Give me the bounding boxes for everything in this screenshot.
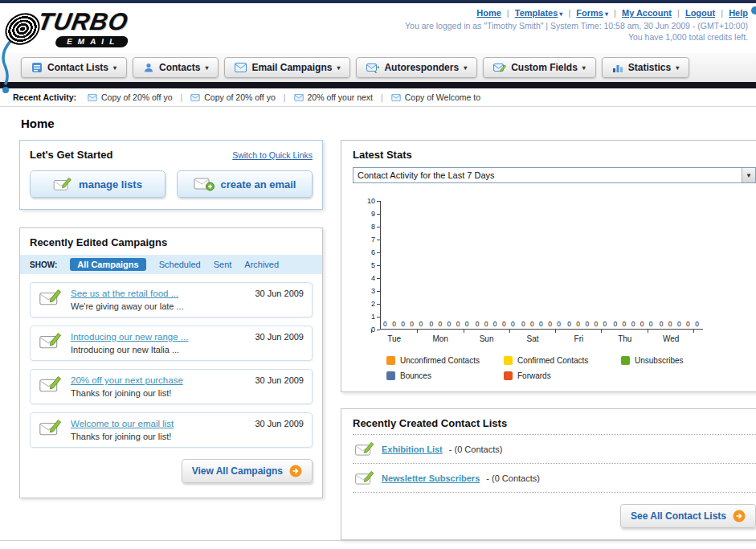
contact-list-item[interactable]: Newsletter Subscribers - (0 Contacts) (353, 464, 756, 492)
contact-list-count: - (0 Contacts) (486, 473, 540, 483)
main-nav: Contact Lists ▾ Contacts ▾ Email Campaig… (0, 53, 756, 82)
chart-x-tick (693, 330, 694, 333)
header: TURBO EMAIL Home | Templates▾ | Forms▾ |… (0, 3, 756, 53)
top-link-help[interactable]: Help (729, 8, 748, 18)
separator: | (677, 8, 680, 18)
envelope-icon (294, 94, 304, 101)
top-nav: Home | Templates▾ | Forms▾ | My Account … (405, 8, 748, 18)
campaign-row[interactable]: Welcome to our email list Thanks for joi… (30, 412, 313, 448)
recent-activity-item[interactable]: 20% off your next (294, 92, 374, 102)
app-logo[interactable]: TURBO EMAIL (5, 5, 130, 53)
recent-activity-item-label: Copy of 20% off yo (101, 92, 173, 102)
recent-activity-item[interactable]: Copy of 20% off yo (88, 92, 173, 102)
legend-label: Unsubscribes (635, 356, 684, 365)
arrow-circle-icon (289, 465, 302, 477)
recent-activity-item[interactable]: Copy of Welcome to (391, 92, 480, 102)
nav-tab-contact-lists[interactable]: Contact Lists ▾ (21, 57, 127, 78)
chart-value-group: 0 0 0 0 0 (611, 320, 656, 328)
see-all-contact-lists-label: See All Contact Lists (631, 510, 726, 522)
recent-activity-bar: Recent Activity: Copy of 20% off yo | Co… (0, 88, 756, 107)
legend-swatch (386, 371, 395, 380)
contact-list-item[interactable]: Exhibition List - (0 Contacts) (353, 435, 756, 463)
contact-list-link[interactable]: Newsletter Subscribers (382, 473, 480, 483)
campaign-subtitle: Introducing our new Italia ... (71, 345, 247, 354)
campaign-row[interactable]: See us at the retail food ... We're givi… (30, 282, 313, 318)
filter-archived[interactable]: Archived (244, 260, 279, 269)
campaign-title-link[interactable]: See us at the retail food ... (71, 289, 247, 298)
chart-value-group: 0 0 0 0 0 (657, 320, 703, 328)
envelope-icon (88, 94, 97, 101)
top-link-logout[interactable]: Logout (685, 8, 715, 18)
pencil-envelope-icon (354, 470, 375, 485)
legend-item: Confirmed Contacts (504, 356, 621, 365)
nav-tab-label: Statistics (628, 62, 671, 73)
separator: | (568, 8, 570, 18)
recent-activity-item[interactable]: Copy of 20% off yo (190, 92, 276, 102)
top-link-home[interactable]: Home (476, 8, 501, 18)
decorative-dot (751, 6, 756, 14)
stats-period-select[interactable]: Contact Activity for the Last 7 Days ▼ (353, 167, 756, 183)
top-link-my-account[interactable]: My Account (622, 8, 672, 18)
chart-x-tick (417, 330, 418, 333)
stats-period-value: Contact Activity for the Last 7 Days (353, 170, 742, 180)
left-column: Let's Get Started Switch to Quick Links … (19, 140, 323, 498)
recent-activity-item-label: Copy of Welcome to (405, 92, 480, 102)
view-all-campaigns-label: View All Campaigns (192, 465, 283, 477)
see-all-contact-lists-button[interactable]: See All Contact Lists (620, 504, 756, 528)
create-email-button[interactable]: create an email (177, 170, 313, 198)
chevron-down-icon: ▾ (337, 64, 340, 72)
chart-value-group: 0 0 0 0 0 (473, 320, 519, 328)
logo-title: TURBO (36, 10, 133, 33)
campaign-title-link[interactable]: Introducing our new range ... (71, 332, 247, 342)
filter-sent[interactable]: Sent (214, 260, 232, 269)
top-link-templates-label: Templates (515, 8, 558, 18)
separator: | (614, 8, 616, 18)
logo-subtitle: EMAIL (55, 36, 129, 47)
nav-tab-label: Autoresponders (384, 62, 459, 73)
campaign-subtitle: We're giving away our late ... (71, 301, 247, 311)
create-email-label: create an email (221, 178, 296, 191)
chart-x-label: Thu (602, 334, 648, 343)
campaign-subtitle: Thanks for joining our list! (71, 388, 247, 398)
nav-tab-autoresponders[interactable]: Autoresponders ▾ (356, 57, 477, 78)
campaign-title-link[interactable]: 20% off your next purchase (71, 375, 247, 385)
main-content: Home Let's Get Started Switch to Quick L… (0, 107, 756, 540)
nav-tab-label: Contacts (159, 62, 200, 73)
nav-tab-custom-fields[interactable]: Custom Fields ▾ (483, 57, 596, 78)
chart-x-tick (555, 330, 556, 333)
campaign-row[interactable]: 20% off your next purchase Thanks for jo… (30, 369, 313, 404)
top-link-templates[interactable]: Templates▾ (515, 8, 563, 18)
legend-item: Unconfirmed Contacts (386, 356, 504, 365)
custom-fields-icon (493, 63, 506, 73)
campaign-title-link[interactable]: Welcome to our email list (71, 419, 247, 428)
contact-list-link[interactable]: Exhibition List (382, 445, 443, 454)
chart-x-label: Fri (556, 334, 602, 343)
divider (353, 492, 756, 493)
recent-activity-item-label: 20% off your next (308, 92, 374, 102)
legend-item: Bounces (386, 371, 504, 380)
nav-tab-statistics[interactable]: Statistics ▾ (602, 57, 689, 78)
campaign-row[interactable]: Introducing our new range ... Introducin… (30, 326, 313, 361)
nav-tab-email-campaigns[interactable]: Email Campaigns ▾ (224, 57, 350, 78)
campaign-date: 30 Jun 2009 (255, 419, 304, 428)
chart-x-label: Wed (648, 334, 694, 343)
chart-value-group: 0 0 0 0 0 (519, 320, 565, 328)
chart-y-axis: 109876543210 (362, 201, 380, 330)
credits-info: You have 1,000 total credits left. (405, 32, 748, 42)
pencil-envelope-icon (39, 419, 63, 436)
nav-tab-contacts[interactable]: Contacts ▾ (133, 57, 219, 78)
filter-scheduled[interactable]: Scheduled (159, 260, 201, 269)
manage-lists-button[interactable]: manage lists (30, 170, 166, 198)
filter-all-campaigns[interactable]: All Campaigns (70, 258, 145, 271)
view-all-campaigns-button[interactable]: View All Campaigns (182, 459, 313, 483)
switch-quick-links-link[interactable]: Switch to Quick Links (232, 150, 313, 160)
campaign-date: 30 Jun 2009 (255, 332, 304, 342)
separator: | (721, 8, 723, 18)
envelope-icon (235, 63, 247, 72)
manage-lists-label: manage lists (79, 178, 142, 191)
legend-label: Confirmed Contacts (517, 356, 588, 365)
top-link-forms[interactable]: Forms▾ (576, 8, 608, 18)
chevron-down-icon: ▼ (742, 168, 755, 182)
get-started-panel: Let's Get Started Switch to Quick Links … (19, 140, 323, 210)
legend-swatch (621, 356, 630, 365)
